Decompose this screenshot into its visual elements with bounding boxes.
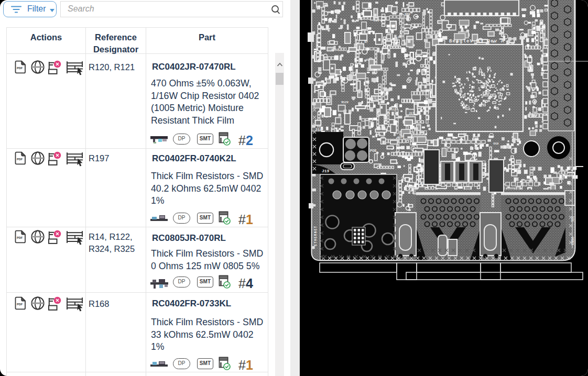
svg-text:R66: R66 <box>405 13 410 16</box>
svg-text:J18: J18 <box>315 127 323 132</box>
svg-text:PDF: PDF <box>17 236 23 239</box>
svg-text:PDF: PDF <box>17 303 23 306</box>
svg-text:J19: J19 <box>322 169 330 173</box>
svg-text:U19: U19 <box>494 142 499 146</box>
svg-text:C91: C91 <box>374 19 379 23</box>
svg-text:C45: C45 <box>408 154 413 158</box>
svg-text:U2: U2 <box>366 58 370 62</box>
svg-text:J17: J17 <box>409 112 414 115</box>
svg-text:U7: U7 <box>398 36 401 39</box>
svg-text:R150: R150 <box>388 24 395 28</box>
svg-text:R120: R120 <box>342 101 349 104</box>
svg-text:PDF: PDF <box>17 158 23 161</box>
svg-text:R203: R203 <box>332 48 339 52</box>
svg-text:U24: U24 <box>398 136 404 139</box>
svg-text:POE: POE <box>370 149 377 153</box>
svg-text:BeagleV.A1 Rev A: BeagleV.A1 Rev A <box>449 39 505 44</box>
svg-text:ETHERNET: ETHERNET <box>314 226 318 246</box>
svg-text:PDF: PDF <box>17 67 23 70</box>
svg-text:J5: J5 <box>387 112 390 115</box>
svg-text:C12: C12 <box>389 108 395 112</box>
svg-text:R7: R7 <box>364 40 368 44</box>
